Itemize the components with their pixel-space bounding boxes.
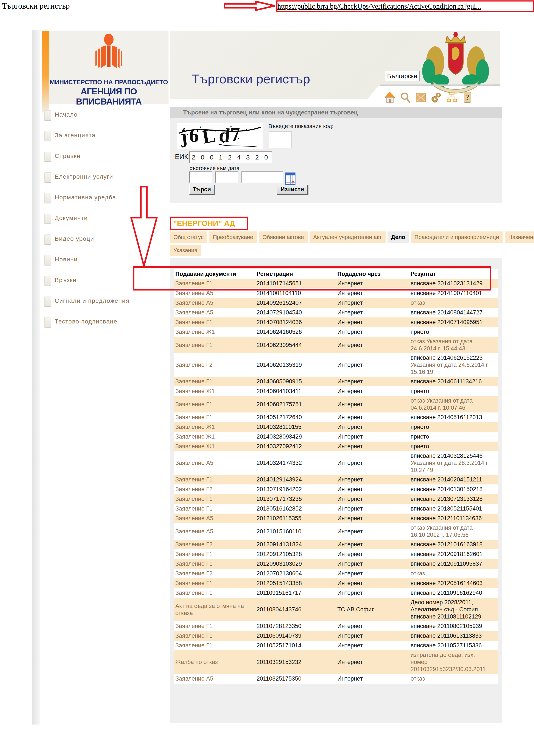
annotation-arrow-right-icon	[224, 1, 276, 11]
document-link[interactable]: Заявление А5	[174, 458, 255, 468]
mail-icon[interactable]	[416, 92, 426, 103]
eik-digit-cell[interactable]: 0	[262, 152, 271, 162]
document-link[interactable]: Заявление А5	[174, 674, 255, 683]
eik-digit-cell[interactable]: 4	[235, 152, 244, 162]
date-cell[interactable]	[252, 172, 262, 182]
result-cell: вписване 20140804144727	[409, 308, 498, 317]
table-row: Заявление Г120130516162852Интернетвписва…	[174, 504, 498, 514]
document-link[interactable]: Заявление Г1	[174, 622, 255, 631]
date-cell[interactable]	[201, 172, 212, 182]
company-highlight-box: "ЕНЕРГОНИ" АД	[170, 217, 248, 230]
sidebar-item[interactable]: Сигнали и предложения	[44, 297, 165, 310]
date-cell[interactable]	[216, 172, 227, 182]
document-link[interactable]: Заявление Ж1	[174, 387, 255, 396]
date-day-input[interactable]	[189, 172, 212, 183]
document-link[interactable]: Заявление Г2	[174, 569, 255, 578]
sidebar-item[interactable]: Електронни услуги	[44, 173, 165, 185]
submitted-via: Интернет	[336, 641, 409, 650]
menu-tile-icon	[44, 152, 51, 162]
submitted-via: Интернет	[336, 494, 409, 504]
document-link[interactable]: Заявление Г1	[174, 494, 255, 504]
result-text: Указания от дата 28.3.2014 г. 10:27:49	[411, 459, 493, 474]
eik-digit-cell[interactable]: 1	[217, 152, 226, 162]
document-link[interactable]: Заявление А5	[174, 527, 255, 536]
submitted-via: Интернет	[336, 485, 409, 494]
document-link[interactable]: Жалба по отказ	[174, 658, 255, 667]
eik-input[interactable]: 200124320	[189, 151, 272, 163]
sidebar-item[interactable]: Справки	[44, 152, 165, 165]
document-link[interactable]: Заявление А5	[174, 308, 255, 317]
document-link[interactable]: Заявление А5	[174, 298, 255, 308]
submitted-via: Интернет	[336, 631, 409, 640]
document-link[interactable]: Заявление Г1	[174, 504, 255, 513]
search-icon[interactable]	[400, 92, 411, 103]
result-text: Апелативен съд - София	[411, 606, 493, 613]
date-cell[interactable]	[272, 172, 282, 182]
document-link[interactable]: Заявление Г2	[174, 485, 255, 494]
tab-Актуален учредителен акт[interactable]: Актуален учредителен акт	[310, 231, 386, 243]
eik-digit-cell[interactable]: 2	[190, 152, 199, 162]
registration-number: 20110325175350	[255, 674, 336, 683]
document-link[interactable]: Заявление Г1	[174, 641, 255, 650]
document-link[interactable]: Заявление Ж1	[174, 422, 255, 432]
date-cell[interactable]	[190, 172, 201, 182]
tab-Общ статус[interactable]: Общ статус	[170, 231, 207, 243]
document-link[interactable]: Заявление Г2	[174, 360, 255, 369]
eik-digit-cell[interactable]: 2	[226, 152, 235, 162]
captcha-code-input[interactable]	[269, 131, 292, 148]
home-icon[interactable]	[385, 92, 395, 103]
document-link[interactable]: Заявление Г1	[174, 377, 255, 386]
sitemap-icon[interactable]	[447, 92, 457, 103]
document-link[interactable]: Заявление Г1	[174, 550, 255, 559]
document-link[interactable]: Заявление Г1	[174, 631, 255, 640]
date-cell[interactable]	[242, 172, 252, 182]
document-link[interactable]: Заявление Г1	[174, 318, 255, 327]
search-button[interactable]: Търси	[189, 185, 215, 195]
date-cell[interactable]	[227, 172, 238, 182]
document-link[interactable]: Заявление Ж1	[174, 327, 255, 337]
date-month-input[interactable]	[216, 172, 238, 183]
document-link[interactable]: Заявление Г1	[174, 475, 255, 484]
document-link[interactable]: Заявление Ж1	[174, 432, 255, 441]
registration-number: 20120903103029	[255, 559, 336, 569]
eik-digit-cell[interactable]: 0	[208, 152, 217, 162]
document-link[interactable]: Заявление Г1	[174, 400, 255, 409]
tab-Обявени актове[interactable]: Обявени актове	[259, 231, 308, 243]
eik-digit-cell[interactable]: 2	[253, 152, 262, 162]
document-link[interactable]: Заявление Г1	[174, 588, 255, 598]
table-row: Заявление Г120140602175751Интернетотказ …	[174, 396, 498, 413]
agency-logo-block[interactable]: МИНИСТЕРСТВО НА ПРАВОСЪДИЕТО АГЕНЦИЯ ПО …	[49, 31, 168, 104]
registration-number: 20140328093429	[255, 432, 336, 441]
address-url-link[interactable]: https://public.brra.bg/CheckUps/Verifica…	[277, 2, 481, 10]
document-link[interactable]: Заявление Г1	[174, 413, 255, 422]
eik-digit-cell[interactable]: 3	[244, 152, 253, 162]
date-cell[interactable]	[262, 172, 272, 182]
language-selector[interactable]: Български	[385, 71, 420, 81]
clear-button[interactable]: Изчисти	[277, 185, 308, 195]
tab-Дело[interactable]: Дело	[388, 231, 409, 243]
calendar-icon[interactable]	[285, 172, 295, 185]
help-icon[interactable]: ?	[462, 92, 472, 103]
header-toolbar: ?	[385, 92, 479, 104]
document-link[interactable]: Заявление Г1	[174, 579, 255, 588]
sidebar-item[interactable]: Тестово подписване	[44, 317, 165, 330]
tab-Праводатели и правоприемници[interactable]: Праводатели и правоприемници	[411, 231, 503, 243]
document-link[interactable]: Акт на съда за отмяна на отказа	[174, 602, 255, 618]
tab-Назначения[interactable]: Назначения	[505, 231, 534, 243]
document-link[interactable]: Заявление Г1	[174, 340, 255, 350]
document-link[interactable]: Заявление А5	[174, 514, 255, 523]
table-row: Заявление А520121015160110Интернетотказ …	[174, 523, 498, 540]
document-link[interactable]: Заявление Ж1	[174, 442, 255, 451]
sidebar-item[interactable]: За агенцията	[44, 131, 165, 144]
tab-Указания[interactable]: Указания	[170, 245, 201, 256]
registration-number: 20110804143746	[255, 605, 336, 614]
sidebar-item[interactable]: Начало	[44, 110, 165, 123]
tab-Преобразуване[interactable]: Преобразуване	[209, 231, 257, 243]
settings-icon[interactable]	[431, 92, 442, 103]
document-link[interactable]: Заявление Г1	[174, 559, 255, 569]
submitted-via: Интернет	[336, 588, 409, 598]
date-year-input[interactable]	[242, 172, 283, 183]
document-link[interactable]: Заявление Г2	[174, 540, 255, 549]
eik-digit-cell[interactable]: 0	[199, 152, 208, 162]
registration-number: 20140602175751	[255, 400, 336, 409]
